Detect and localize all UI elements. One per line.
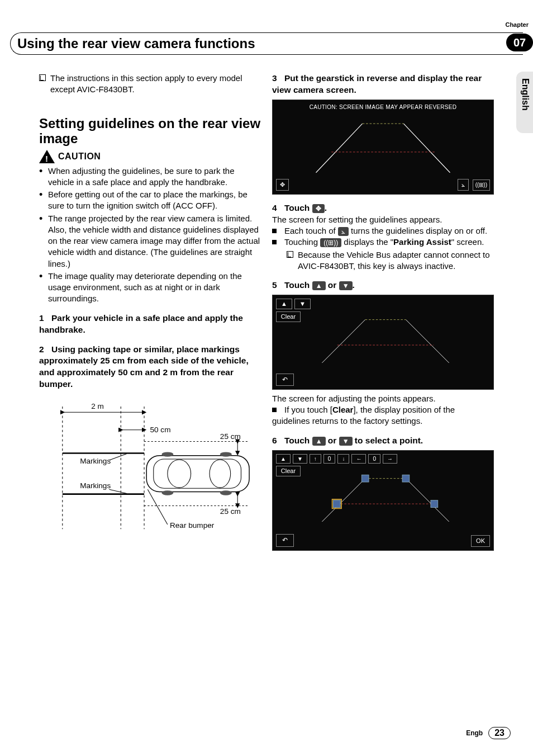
step-2-heading: 2Using packing tape or similar, place ma… [39, 344, 261, 391]
svg-point-25 [161, 491, 173, 495]
step-4-description: The screen for setting the guidelines ap… [272, 214, 494, 225]
guidelines-toggle-icon: ⦛ [338, 227, 349, 236]
svg-text:2 m: 2 m [91, 402, 104, 410]
svg-line-30 [403, 124, 450, 173]
screenshot-caution-text: CAUTION: SCREEN IMAGE MAY APPEAR REVERSE… [276, 103, 490, 111]
screenshot-arrow-down-button: ↓ [337, 454, 349, 464]
intro-note: The instructions in this section apply t… [50, 73, 261, 96]
step-4-heading: 4Touch ✥. [272, 202, 494, 214]
note-checkbox-icon [39, 74, 46, 81]
right-column: 3Put the gearstick in reverse and displa… [272, 73, 494, 706]
left-column: The instructions in this section apply t… [39, 73, 261, 706]
screenshot-down-button: ▼ [294, 299, 311, 309]
svg-line-12 [109, 489, 126, 493]
screenshot-guidelines-icon: ⦛ [458, 179, 469, 191]
section-heading: Setting guidelines on the rear view imag… [39, 116, 261, 147]
step-1-heading: 1Park your vehicle in a safe place and a… [39, 313, 261, 336]
svg-rect-41 [361, 475, 369, 482]
caution-item: The image quality may deteriorate depend… [39, 271, 261, 305]
screenshot-up-button: ▲ [276, 299, 292, 309]
svg-line-33 [322, 320, 365, 363]
step-5-bullet-1: If you touch [Clear], the display positi… [272, 404, 494, 427]
step-4-subnote: Because the Vehicle Bus adapter cannot c… [298, 249, 494, 272]
step-4-bullet-1: Each touch of ⦛ turns the guidelines dis… [272, 225, 494, 237]
header-bar: Using the rear view camera functions [10, 32, 523, 55]
rearview-camera-screenshot-1: CAUTION: SCREEN IMAGE MAY APPEAR REVERSE… [272, 100, 494, 195]
svg-line-34 [406, 320, 449, 363]
vehicle-markings-diagram: 2 m 50 cm Markings Markings 25 cm 25 cm [39, 395, 261, 535]
screenshot-zero-button: 0 [368, 454, 380, 464]
svg-line-10 [109, 454, 126, 460]
rearview-camera-screenshot-2: ▲ ▼ Clear ↶ [272, 295, 494, 390]
caution-list: When adjusting the guidelines, be sure t… [39, 166, 261, 305]
up-triangle-icon: ▲ [312, 437, 326, 446]
svg-rect-42 [402, 475, 410, 482]
rearview-camera-screenshot-3: ▲ ▼ ↑ 0 ↓ ← 0 → Clear ↶ [272, 450, 494, 551]
svg-point-21 [168, 460, 191, 488]
screenshot-back-button: ↶ [276, 534, 294, 546]
chapter-label: Chapter [505, 21, 529, 28]
svg-text:Rear bumper: Rear bumper [170, 521, 215, 530]
down-triangle-icon: ▼ [339, 281, 353, 290]
svg-point-26 [220, 491, 232, 495]
language-side-tab: English [520, 78, 530, 111]
parking-assist-icon: ((⊞)) [320, 238, 341, 247]
move-icon: ✥ [312, 204, 325, 213]
screenshot-tri-down-button: ▼ [293, 454, 307, 464]
caution-item: The range projected by the rear view cam… [39, 213, 261, 270]
screenshot-move-icon: ✥ [276, 179, 289, 191]
svg-line-29 [316, 124, 363, 173]
step-6-heading: 6Touch ▲ or ▼ to select a point. [272, 435, 494, 447]
screenshot-arrow-up-button: ↑ [310, 454, 321, 464]
step-5-description: The screen for adjusting the points appe… [272, 393, 494, 404]
svg-text:25 cm: 25 cm [220, 507, 241, 516]
svg-text:50 cm: 50 cm [150, 426, 171, 434]
footer-page-number: 23 [488, 727, 511, 739]
svg-text:Markings: Markings [80, 457, 111, 465]
svg-line-38 [406, 478, 449, 521]
step-3-heading: 3Put the gearstick in reverse and displa… [272, 73, 494, 96]
svg-rect-43 [333, 500, 340, 507]
screenshot-arrow-left-button: ← [351, 454, 366, 464]
svg-point-24 [220, 452, 232, 457]
caution-item: Before getting out of the car to place t… [39, 189, 261, 212]
note-checkbox-icon [287, 251, 293, 258]
svg-point-22 [210, 460, 231, 488]
page-title: Using the rear view camera functions [17, 36, 255, 51]
svg-point-23 [161, 452, 173, 457]
screenshot-back-button: ↶ [276, 374, 294, 386]
svg-line-37 [322, 478, 365, 521]
step-5-heading: 5Touch ▲ or ▼. [272, 280, 494, 291]
up-triangle-icon: ▲ [312, 281, 326, 290]
page-footer: Engb 23 [466, 727, 511, 739]
down-triangle-icon: ▼ [339, 437, 353, 446]
footer-language: Engb [466, 729, 483, 737]
screenshot-arrow-right-button: → [383, 454, 397, 464]
caution-item: When adjusting the guidelines, be sure t… [39, 166, 261, 188]
screenshot-zero-button: 0 [323, 454, 336, 464]
screenshot-parking-assist-icon: ((⊞)) [473, 179, 490, 191]
caution-triangle-icon [39, 150, 55, 163]
screenshot-ok-button: OK [471, 535, 490, 547]
caution-label: CAUTION [58, 150, 101, 163]
svg-text:25 cm: 25 cm [220, 433, 241, 441]
screenshot-tri-up-button: ▲ [276, 454, 291, 464]
svg-rect-44 [431, 500, 438, 507]
svg-text:Markings: Markings [80, 481, 111, 490]
step-4-bullet-2: Touching ((⊞)) displays the "Parking Ass… [272, 237, 494, 248]
